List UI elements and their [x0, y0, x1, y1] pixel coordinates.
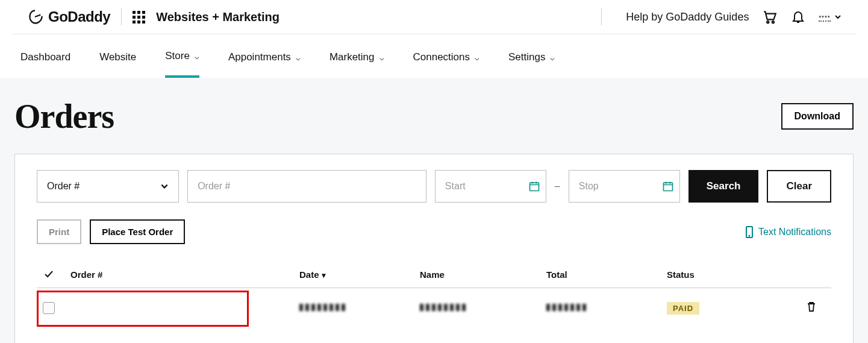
apps-grid-icon[interactable] [133, 11, 145, 24]
user-menu[interactable]: ▪▪▪▪ [819, 13, 841, 22]
date-range-divider: – [555, 181, 560, 192]
phone-icon [745, 226, 754, 238]
order-search-input[interactable] [187, 170, 426, 203]
svg-point-0 [767, 21, 769, 23]
nav-website[interactable]: Website [99, 50, 136, 78]
col-header-order[interactable]: Order # [70, 269, 299, 280]
cell-status: PAID [667, 303, 793, 313]
chevron-down-icon [834, 13, 841, 20]
cart-icon[interactable] [762, 9, 778, 25]
chevron-down-icon: ⌵ [195, 52, 199, 61]
print-button: Print [37, 219, 81, 244]
chevron-down-icon: ⌵ [379, 53, 384, 62]
svg-rect-3 [663, 183, 672, 190]
main-nav: Dashboard Website Store⌵ Appointments⌵ M… [0, 34, 868, 78]
filter-field-select[interactable]: Order # [37, 170, 179, 203]
calendar-icon[interactable] [528, 180, 540, 192]
row-checkbox[interactable] [43, 302, 55, 314]
search-button[interactable]: Search [688, 170, 759, 203]
brand-logo[interactable]: GoDaddy [27, 8, 110, 25]
svg-point-1 [772, 21, 774, 23]
divider [601, 8, 602, 25]
chevron-down-icon [160, 182, 169, 190]
svg-point-5 [749, 235, 749, 236]
nav-marketing[interactable]: Marketing⌵ [329, 50, 384, 78]
bell-icon[interactable] [791, 9, 805, 25]
nav-settings[interactable]: Settings⌵ [508, 50, 555, 78]
nav-dashboard[interactable]: Dashboard [20, 50, 70, 78]
text-notifications-link[interactable]: Text Notifications [745, 226, 831, 238]
select-all-toggle[interactable] [43, 268, 55, 280]
checkmark-icon [43, 269, 54, 280]
col-header-date[interactable]: Date▼ [299, 269, 420, 280]
cell-name [420, 303, 546, 313]
calendar-icon[interactable] [662, 180, 674, 192]
col-header-name[interactable]: Name [420, 269, 546, 280]
cell-date [299, 303, 420, 313]
table-header-row: Order # Date▼ Name Total Status [37, 261, 831, 288]
trash-icon[interactable] [807, 301, 816, 312]
godaddy-logo-icon [27, 8, 43, 25]
nav-appointments[interactable]: Appointments⌵ [228, 50, 301, 78]
chevron-down-icon: ⌵ [475, 53, 479, 62]
svg-rect-2 [529, 183, 539, 190]
page-title: Orders [14, 97, 114, 136]
nav-connections[interactable]: Connections⌵ [413, 50, 480, 78]
col-header-total[interactable]: Total [546, 269, 667, 280]
clear-button[interactable]: Clear [767, 170, 831, 203]
divider [121, 8, 122, 25]
sort-desc-icon: ▼ [320, 271, 328, 280]
status-badge: PAID [667, 302, 699, 315]
place-test-order-button[interactable]: Place Test Order [90, 219, 185, 244]
download-button[interactable]: Download [781, 103, 854, 130]
chevron-down-icon: ⌵ [296, 53, 301, 62]
brand-name: GoDaddy [48, 8, 110, 25]
nav-store[interactable]: Store⌵ [165, 50, 199, 78]
product-name: Websites + Marketing [156, 10, 279, 24]
help-link[interactable]: Help by GoDaddy Guides [626, 11, 749, 24]
col-header-status[interactable]: Status [667, 269, 793, 280]
cell-total [546, 303, 667, 313]
chevron-down-icon: ⌵ [550, 53, 555, 62]
table-row[interactable]: PAID [37, 288, 831, 328]
